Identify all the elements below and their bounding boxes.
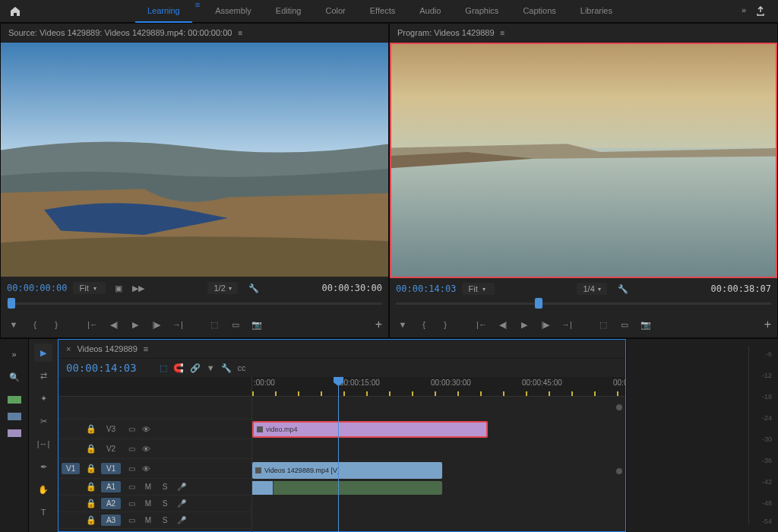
- insert-icon[interactable]: ▣: [112, 281, 125, 295]
- voiceover-icon[interactable]: 🎤: [176, 516, 188, 524]
- close-icon[interactable]: ×: [66, 344, 71, 353]
- program-timecode-in[interactable]: 00:00:14:03: [396, 283, 456, 294]
- search-icon[interactable]: 🔍: [5, 368, 24, 387]
- source-patch-icon[interactable]: ▭: [125, 445, 138, 453]
- lock-icon[interactable]: 🔒: [86, 515, 96, 525]
- source-fit-dropdown[interactable]: Fit▾: [73, 282, 105, 294]
- workspace-menu-icon[interactable]: ≡: [192, 0, 203, 23]
- export-frame-icon[interactable]: 📷: [250, 318, 264, 331]
- step-fwd-icon[interactable]: |▶: [539, 318, 552, 331]
- scroll-indicator[interactable]: [616, 468, 622, 474]
- snap-icon[interactable]: 🧲: [173, 363, 184, 373]
- workspace-tab-learning[interactable]: Learning: [135, 0, 192, 23]
- panel-menu-icon[interactable]: ≡: [238, 29, 242, 37]
- extract-icon[interactable]: ▭: [618, 318, 631, 331]
- settings-icon[interactable]: 🔧: [618, 284, 628, 294]
- track-header-a2[interactable]: 🔒 A2 ▭ M S 🎤: [59, 496, 251, 512]
- razor-tool[interactable]: ✂: [34, 412, 52, 430]
- voiceover-icon[interactable]: 🎤: [176, 483, 188, 491]
- marker-span-icon[interactable]: ▼: [207, 363, 215, 372]
- hand-tool[interactable]: ✋: [34, 480, 52, 499]
- step-fwd-icon[interactable]: |▶: [150, 318, 163, 331]
- play-icon[interactable]: ▶: [128, 318, 142, 331]
- panel-menu-icon[interactable]: ≡: [144, 344, 148, 353]
- clip-video-mp4[interactable]: video.mp4: [252, 421, 488, 438]
- workspace-tab-color[interactable]: Color: [313, 0, 357, 23]
- linked-selection-icon[interactable]: 🔗: [190, 363, 201, 373]
- selection-tool[interactable]: ▶: [34, 344, 52, 362]
- label-swatch-lavender[interactable]: [8, 429, 21, 437]
- step-back-icon[interactable]: ◀|: [107, 318, 121, 331]
- track-header-v3[interactable]: 🔒 V3 ▭ 👁: [59, 420, 251, 439]
- label-swatch-blue[interactable]: [8, 413, 21, 420]
- eye-icon[interactable]: 👁: [142, 464, 150, 473]
- out-point-icon[interactable]: }: [438, 318, 452, 331]
- add-button-icon[interactable]: +: [764, 318, 771, 331]
- time-ruler[interactable]: :00:00 00:00:15:00 00:00:30:00 00:00:45:…: [252, 377, 625, 397]
- timeline-timecode[interactable]: 00:00:14:03: [66, 362, 137, 374]
- overflow-icon[interactable]: »: [742, 5, 746, 17]
- go-to-in-icon[interactable]: |←: [475, 318, 489, 331]
- mute-button[interactable]: M: [142, 516, 154, 524]
- program-viewer[interactable]: [390, 43, 777, 278]
- program-scale-dropdown[interactable]: 1/4▾: [577, 283, 606, 295]
- lock-icon[interactable]: 🔒: [86, 444, 96, 454]
- in-point-icon[interactable]: {: [28, 318, 42, 331]
- marker-icon[interactable]: ▼: [396, 318, 410, 331]
- overwrite-icon[interactable]: ▶▶: [131, 281, 145, 295]
- go-to-out-icon[interactable]: →|: [171, 318, 185, 331]
- source-scrubber[interactable]: [7, 298, 382, 313]
- program-scrubber[interactable]: [396, 298, 771, 313]
- source-scale-dropdown[interactable]: 1/2▾: [207, 282, 237, 294]
- workspace-tab-editing[interactable]: Editing: [264, 0, 314, 23]
- clip-audio-handle[interactable]: [252, 481, 274, 495]
- source-timecode-in[interactable]: 00:00:00:00: [7, 283, 67, 293]
- track-header-v1[interactable]: V1 🔒 V1 ▭ 👁: [59, 459, 251, 479]
- overflow-icon[interactable]: »: [7, 345, 21, 363]
- source-patch-icon[interactable]: ▭: [125, 425, 138, 433]
- eye-icon[interactable]: 👁: [142, 445, 150, 454]
- eye-icon[interactable]: 👁: [142, 425, 150, 434]
- track-select-tool[interactable]: ⇄: [34, 366, 52, 385]
- track-header-a1[interactable]: 🔒 A1 ▭ M S 🎤: [59, 479, 251, 496]
- voiceover-icon[interactable]: 🎤: [176, 499, 188, 508]
- mute-button[interactable]: M: [142, 483, 154, 491]
- settings-icon[interactable]: 🔧: [221, 363, 232, 373]
- export-frame-icon[interactable]: 📷: [639, 318, 653, 331]
- track-header-a3[interactable]: 🔒 A3 ▭ M S 🎤: [59, 512, 251, 529]
- playhead[interactable]: [338, 377, 339, 532]
- source-patch-icon[interactable]: ▭: [125, 464, 138, 473]
- source-viewer[interactable]: [1, 43, 388, 277]
- type-tool[interactable]: T: [34, 503, 52, 521]
- go-to-in-icon[interactable]: |←: [86, 318, 100, 331]
- slip-tool[interactable]: |↔|: [34, 435, 52, 453]
- v1-source-target[interactable]: V1: [62, 463, 80, 474]
- label-swatch-green[interactable]: [8, 396, 21, 404]
- mute-button[interactable]: M: [142, 499, 154, 508]
- timeline-tracks[interactable]: :00:00 00:00:15:00 00:00:30:00 00:00:45:…: [252, 377, 625, 532]
- workspace-tab-audio[interactable]: Audio: [407, 0, 453, 23]
- workspace-tab-effects[interactable]: Effects: [358, 0, 407, 23]
- workspace-tab-libraries[interactable]: Libraries: [568, 0, 625, 23]
- workspace-tab-assembly[interactable]: Assembly: [203, 0, 264, 23]
- home-icon[interactable]: [0, 5, 30, 17]
- clip-audio-a1[interactable]: [252, 481, 442, 495]
- cc-icon[interactable]: cc: [238, 363, 246, 372]
- out-point-icon[interactable]: }: [49, 318, 63, 331]
- lock-icon[interactable]: 🔒: [86, 499, 96, 508]
- marker-icon[interactable]: ▼: [7, 318, 21, 331]
- source-patch-icon[interactable]: ▭: [125, 483, 138, 491]
- lock-icon[interactable]: 🔒: [86, 464, 96, 473]
- overwrite-clip-icon[interactable]: ▭: [229, 318, 242, 331]
- scroll-indicator[interactable]: [616, 404, 622, 410]
- share-icon[interactable]: [755, 5, 766, 17]
- insert-clip-icon[interactable]: ⬚: [207, 318, 221, 331]
- lift-icon[interactable]: ⬚: [596, 318, 610, 331]
- lock-icon[interactable]: 🔒: [86, 424, 96, 434]
- track-header-v2[interactable]: 🔒 V2 ▭ 👁: [59, 439, 251, 459]
- solo-button[interactable]: S: [159, 516, 171, 524]
- step-back-icon[interactable]: ◀|: [496, 318, 510, 331]
- play-icon[interactable]: ▶: [517, 318, 531, 331]
- settings-icon[interactable]: 🔧: [248, 283, 259, 293]
- workspace-tab-graphics[interactable]: Graphics: [453, 0, 511, 23]
